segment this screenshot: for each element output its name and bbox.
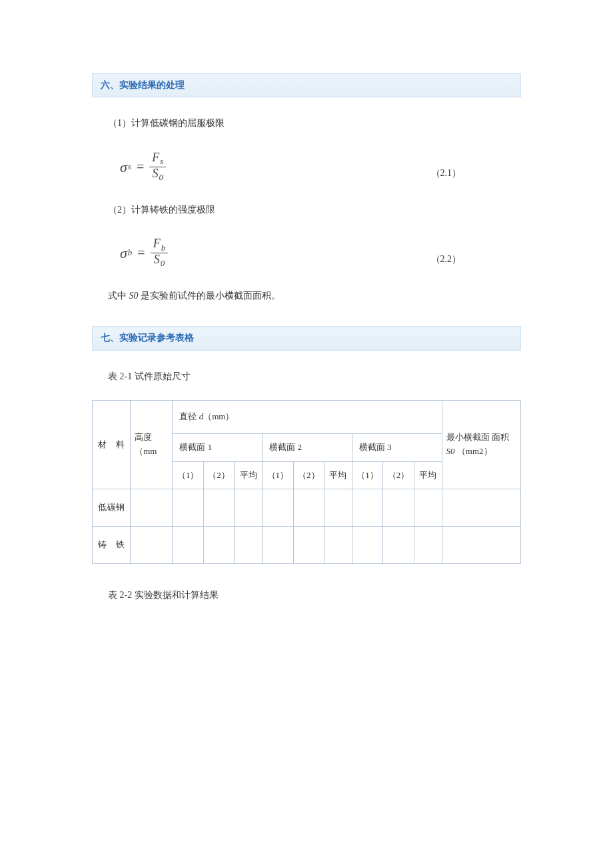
th-section2: 横截面 2 [263,433,352,461]
th-s3-avg: 平均 [414,461,442,489]
note-prefix: 式中 [108,291,129,301]
th-s3-1: （1） [352,461,382,489]
th-section3: 横截面 3 [352,433,442,461]
row1-s1-2 [203,489,234,527]
row2-area [442,527,520,564]
eq1-number: （2.1） [166,166,521,182]
table-row: 铸 铁 [93,527,521,564]
row1-s3-1 [352,489,382,527]
th-s2-1: （1） [263,461,293,489]
row2-s1-1 [173,527,203,564]
note-text: 式中 S0 是实验前试件的最小横截面面积。 [108,289,521,303]
section-7-header: 七、实验记录参考表格 [92,326,521,350]
eq2-number: （2.2） [168,252,521,268]
row2-s2-1 [263,527,293,564]
eq1-denominator: S0 [149,167,166,183]
item-1-text: （1）计算低碳钢的屈服极限 [108,116,521,131]
row2-s3-avg [414,527,442,564]
equation-2-row: σb = Fb S0 （2.2） [120,237,521,269]
row1-area [442,489,520,527]
eq2-fraction: Fb S0 [151,237,169,269]
row1-s3-avg [414,489,442,527]
equation-1-row: σs = Fs S0 （2.1） [120,151,521,183]
th-height: 高度 （mm [131,400,173,489]
eq2-sigma: σ [120,241,127,265]
table-row: 材 料 高度 （mm 直径 d（mm） 最小横截面 面积 S0 （mm2） [93,400,521,433]
note-var: S0 [129,291,139,301]
note-suffix: 是实验前试件的最小横截面面积。 [139,291,281,301]
row1-s1-1 [173,489,203,527]
eq1-fraction: Fs S0 [149,151,166,183]
row1-height [131,489,173,527]
section-7-title: 七、实验记录参考表格 [101,333,194,343]
table-1-caption: 表 2-1 试件原始尺寸 [108,369,521,384]
eq2-equals: = [137,242,145,263]
th-section1: 横截面 1 [173,433,263,461]
section-6-title: 六、实验结果的处理 [101,80,185,90]
row2-s2-2 [293,527,324,564]
row2-s1-avg [235,527,263,564]
row2-height [131,527,173,564]
equation-2: σb = Fb S0 [120,237,168,269]
row1-s1-avg [235,489,263,527]
eq1-equals: = [137,156,144,177]
th-s2-avg: 平均 [324,461,352,489]
item-2-text: （2）计算铸铁的强度极限 [108,203,521,217]
equation-1: σs = Fs S0 [120,151,166,183]
th-s3-2: （2） [383,461,414,489]
row1-material: 低碳钢 [93,489,131,527]
th-s1-2: （2） [203,461,234,489]
eq1-sigma: σ [120,155,127,179]
table-2-1: 材 料 高度 （mm 直径 d（mm） 最小横截面 面积 S0 （mm2） 横截… [92,400,521,564]
row2-material: 铸 铁 [93,527,131,564]
th-s1-1: （1） [173,461,203,489]
row2-s1-2 [203,527,234,564]
th-s1-avg: 平均 [235,461,263,489]
row1-s2-2 [293,489,324,527]
section-6-header: 六、实验结果的处理 [92,73,521,97]
row1-s3-2 [383,489,414,527]
eq2-numerator: Fb [151,237,169,253]
row2-s3-2 [383,527,414,564]
eq1-numerator: Fs [149,151,166,167]
th-material: 材 料 [93,400,131,489]
eq2-sigma-sub: b [128,246,133,260]
th-s2-2: （2） [293,461,324,489]
th-diameter: 直径 d（mm） [173,400,442,433]
row2-s3-1 [352,527,382,564]
row1-s2-1 [263,489,293,527]
row1-s2-avg [324,489,352,527]
table-row: 低碳钢 [93,489,521,527]
eq2-denominator: S0 [151,253,168,269]
th-area: 最小横截面 面积 S0 （mm2） [442,400,520,489]
row2-s2-avg [324,527,352,564]
eq1-sigma-sub: s [128,160,131,174]
table-2-caption: 表 2-2 实验数据和计算结果 [108,588,521,603]
